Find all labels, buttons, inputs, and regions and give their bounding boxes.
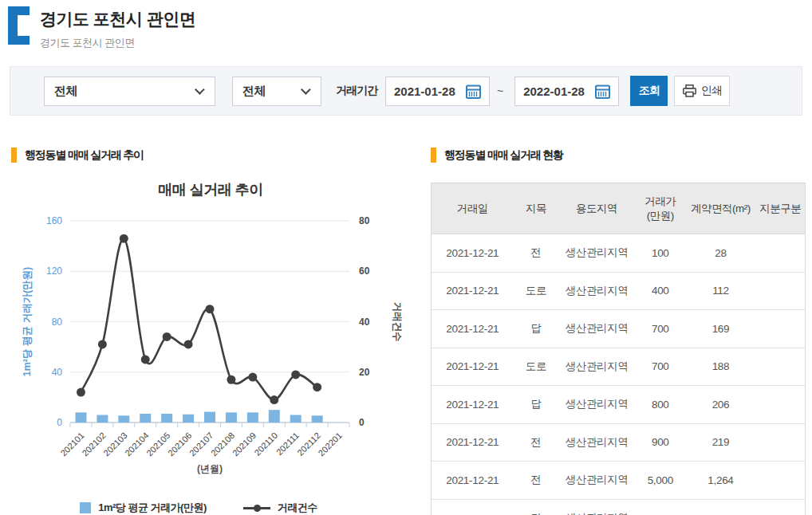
right-axis-tick-label: 60 (359, 265, 370, 277)
cell-zone: 생산관리지역 (558, 473, 635, 487)
chart-title: 매매 실거래 추이 (11, 180, 410, 199)
bar (290, 415, 302, 423)
cell-land-category: 답 (514, 397, 559, 411)
table-row: 2021-12-21답생산관리지역800206 (432, 386, 805, 424)
cell-area: 219 (686, 436, 756, 448)
date-from-value: 2021-01-28 (394, 85, 455, 98)
chart-legend: 1m²당 평균 거래가(만원) 거래건수 (11, 501, 386, 515)
chevron-down-icon (195, 85, 205, 95)
line-point (313, 383, 321, 391)
x-axis-tick-label: 202201 (317, 430, 344, 458)
bar (247, 412, 258, 423)
line-point (120, 234, 128, 243)
line-point (141, 355, 150, 364)
line-point (98, 340, 107, 348)
line-point (227, 375, 235, 384)
table-row: 2021-12-21도로생산관리지역400112 (432, 273, 805, 311)
table-row: 2021-12-21답생산관리지역25,0502,272 (432, 500, 805, 515)
cell-zone: 생산관리지역 (558, 246, 635, 260)
table-section-title: 행정동별 매매 실거래 현황 (444, 148, 563, 163)
right-axis-tick-label: 40 (359, 316, 370, 328)
filter-bar: 전체 전체 거래기간 2021-01-28 ~ 2022-01-28 (10, 66, 802, 116)
section-marker-icon (431, 147, 436, 163)
cell-zone: 생산관리지역 (558, 360, 635, 374)
print-button[interactable]: 인쇄 (674, 76, 730, 106)
column-header-price: 거래가 (만원) (635, 195, 686, 222)
column-header-date: 거래일 (432, 202, 514, 216)
legend-bar-label: 1m²당 평균 거래가(만원) (98, 501, 207, 515)
cell-area: 1,264 (686, 474, 756, 486)
cell-area: 112 (686, 285, 756, 297)
page-subtitle: 경기도 포천시 관인면 (40, 36, 195, 50)
bar (97, 415, 108, 423)
bar (269, 410, 280, 423)
table-panel: 행정동별 매매 실거래 현황 거래일지목용도지역거래가 (만원)계약면적(m²)… (431, 147, 806, 515)
cell-zone: 생산관리지역 (558, 397, 635, 411)
cell-price: 400 (635, 285, 686, 297)
column-header-share: 지분구분 (755, 202, 805, 216)
table-header-row: 거래일지목용도지역거래가 (만원)계약면적(m²)지분구분 (432, 183, 805, 234)
cell-land-category: 전 (514, 435, 559, 450)
table-section-header: 행정동별 매매 실거래 현황 (431, 147, 806, 163)
column-header-land-category: 지목 (514, 202, 559, 216)
region-select-2[interactable]: 전체 (232, 77, 321, 106)
line-point (248, 373, 257, 382)
calendar-icon[interactable] (595, 84, 610, 99)
legend-line-label: 거래건수 (278, 501, 317, 515)
bar (118, 415, 129, 423)
x-axis-tick-label: 202110 (252, 430, 279, 458)
chart-section-header: 행정동별 매매 실거래 추이 (11, 147, 418, 163)
left-axis-tick-label: 80 (52, 316, 63, 328)
print-button-label: 인쇄 (701, 84, 722, 98)
right-axis-title: 거래건수 (392, 302, 403, 342)
cell-zone: 생산관리지역 (558, 321, 635, 336)
bar (75, 412, 86, 423)
column-header-area: 계약면적(m²) (686, 202, 756, 216)
line-series (81, 238, 317, 399)
calendar-icon[interactable] (466, 84, 481, 99)
search-button[interactable]: 조회 (630, 76, 668, 106)
transactions-table: 거래일지목용도지역거래가 (만원)계약면적(m²)지분구분 2021-12-21… (431, 183, 806, 515)
chart: 0408012016002040608020210120210220210320… (11, 202, 418, 499)
line-point (184, 340, 193, 348)
bar (140, 414, 151, 423)
cell-date: 2021-12-21 (432, 399, 514, 411)
cell-area: 28 (686, 247, 756, 259)
date-to-field[interactable]: 2022-01-28 (514, 77, 619, 106)
line-point (163, 332, 171, 341)
date-range-tilde: ~ (497, 85, 503, 97)
cell-date: 2021-12-21 (432, 436, 514, 448)
bar (226, 412, 237, 423)
region-select-1[interactable]: 전체 (44, 77, 215, 106)
cell-land-category: 전 (514, 246, 559, 260)
legend-item-line: 거래건수 (243, 501, 317, 515)
chevron-down-icon (301, 85, 311, 95)
line-point (291, 370, 300, 379)
cell-date: 2021-12-21 (432, 285, 514, 297)
cell-land-category: 도로 (514, 360, 559, 374)
cell-price: 5,000 (635, 474, 686, 486)
left-axis-tick-label: 40 (52, 367, 63, 378)
table-body: 2021-12-21전생산관리지역100282021-12-21도로생산관리지역… (432, 234, 805, 515)
date-from-field[interactable]: 2021-01-28 (385, 77, 490, 106)
right-axis-tick-label: 0 (359, 417, 365, 428)
page-title: 경기도 포천시 관인면 (40, 6, 195, 30)
cell-area: 169 (686, 323, 756, 335)
left-axis-tick-label: 0 (57, 417, 62, 428)
cell-zone: 생산관리지역 (558, 435, 635, 450)
line-point (206, 305, 215, 313)
period-label: 거래기간 (336, 84, 377, 98)
table-row: 2021-12-21전생산관리지역900219 (432, 424, 805, 462)
line-point (270, 395, 278, 404)
cell-date: 2021-12-21 (432, 323, 514, 335)
cell-land-category: 답 (514, 511, 559, 515)
page-header: 경기도 포천시 관인면 경기도 포천시 관인면 (8, 6, 195, 50)
right-axis-tick-label: 80 (359, 215, 370, 226)
combo-chart: 0408012016002040608020210120210220210320… (11, 202, 414, 496)
section-marker-icon (11, 147, 17, 163)
x-axis-title: (년월) (197, 463, 223, 474)
cell-zone: 생산관리지역 (558, 511, 635, 515)
bar (204, 412, 215, 423)
bracket-icon (8, 6, 30, 45)
left-axis-title: 1m²당 평균 거래가(만원) (22, 267, 33, 377)
